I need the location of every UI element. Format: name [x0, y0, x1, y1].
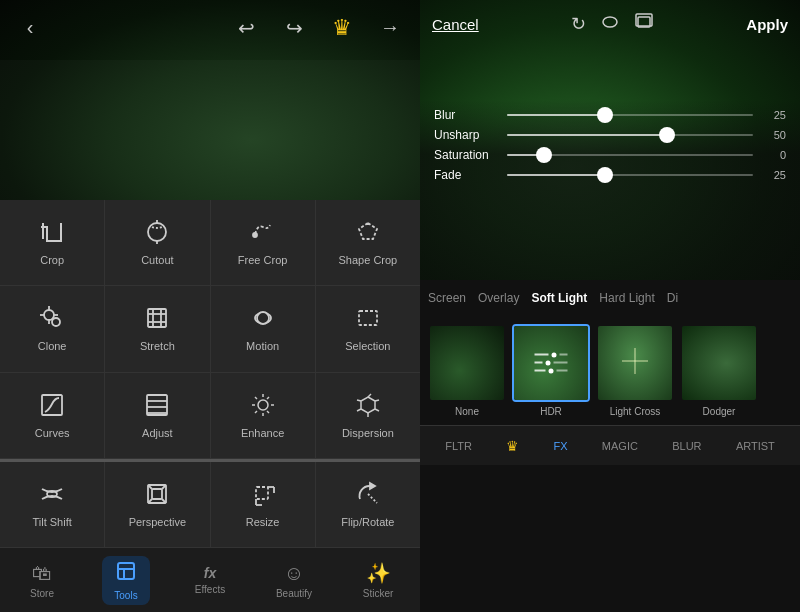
fx-dodger-label: Dodger — [703, 406, 736, 417]
tool-resize[interactable]: Resize — [211, 462, 316, 547]
nav-beautify[interactable]: ☺ Beautify — [252, 548, 336, 612]
tool-crop[interactable]: Crop — [0, 200, 105, 285]
store-icon: 🛍 — [32, 562, 52, 585]
cat-blur[interactable]: BLUR — [672, 440, 701, 452]
tool-adjust[interactable]: Adjust — [105, 373, 210, 458]
fx-dodger-img — [680, 324, 758, 402]
svg-marker-53 — [370, 483, 375, 489]
tool-enhance[interactable]: Enhance — [211, 373, 316, 458]
crown-icon[interactable]: ♛ — [327, 15, 357, 41]
fade-track[interactable] — [507, 174, 753, 176]
fx-dodger[interactable]: Dodger — [680, 324, 758, 417]
saturation-track[interactable] — [507, 154, 753, 156]
svg-rect-19 — [359, 311, 377, 325]
tools-active-bg: Tools — [102, 556, 149, 605]
saturation-slider-row: Saturation 0 — [434, 148, 786, 162]
svg-rect-48 — [256, 487, 268, 499]
cutout-icon — [144, 219, 170, 249]
undo-icon[interactable]: ↩ — [231, 16, 261, 40]
blend-hardlight[interactable]: Hard Light — [599, 291, 654, 305]
cat-crown-icon[interactable]: ♛ — [506, 438, 519, 454]
tools-row-3: Curves Adjust — [0, 373, 420, 459]
shape-crop-label: Shape Crop — [339, 254, 398, 266]
svg-point-7 — [44, 310, 54, 320]
cat-artist[interactable]: ARTIST — [736, 440, 775, 452]
left-toolbar: ‹ ↩ ↪ ♛ → — [0, 0, 420, 55]
svg-point-41 — [47, 491, 57, 497]
saturation-thumb[interactable] — [536, 147, 552, 163]
layers-icon[interactable] — [634, 12, 654, 37]
nav-effects[interactable]: fx Effects — [168, 548, 252, 612]
svg-line-31 — [267, 397, 269, 399]
svg-line-30 — [255, 397, 257, 399]
left-image-area: ‹ ↩ ↪ ♛ → — [0, 0, 420, 200]
cat-fx[interactable]: FX — [553, 440, 567, 452]
cat-magic[interactable]: MAGIC — [602, 440, 638, 452]
svg-line-54 — [368, 494, 377, 503]
shape-crop-icon — [355, 219, 381, 249]
nav-sticker[interactable]: ✨ Sticker — [336, 548, 420, 612]
tools-row-2: Clone Stretch — [0, 286, 420, 372]
right-panel: Cancel ↻ Apply — [420, 0, 800, 612]
svg-rect-55 — [118, 563, 134, 579]
eraser-icon[interactable] — [600, 12, 620, 37]
blend-softlight[interactable]: Soft Light — [531, 291, 587, 305]
unsharp-slider-row: Unsharp 50 — [434, 128, 786, 142]
unsharp-track[interactable] — [507, 134, 753, 136]
refresh-icon[interactable]: ↻ — [571, 13, 586, 35]
enhance-label: Enhance — [241, 427, 284, 439]
apply-button[interactable]: Apply — [746, 16, 788, 33]
fx-light-cross[interactable]: Light Cross — [596, 324, 674, 417]
dispersion-label: Dispersion — [342, 427, 394, 439]
forward-icon[interactable]: → — [375, 16, 405, 39]
fx-hdr-img — [512, 324, 590, 402]
bottom-nav: 🛍 Store Tools fx Effects ☺ Beautify — [0, 547, 420, 612]
toolbar-icons: ↻ — [571, 12, 654, 37]
adjust-label: Adjust — [142, 427, 173, 439]
fade-thumb[interactable] — [597, 167, 613, 183]
cat-fltr[interactable]: FLTR — [445, 440, 472, 452]
back-icon[interactable]: ‹ — [15, 16, 45, 39]
hdr-sliders-icon — [535, 352, 568, 373]
unsharp-thumb[interactable] — [659, 127, 675, 143]
tool-dispersion[interactable]: Dispersion — [316, 373, 420, 458]
fade-label: Fade — [434, 168, 499, 182]
svg-line-35 — [368, 394, 371, 397]
nav-store-label: Store — [30, 588, 54, 599]
tool-tilt-shift[interactable]: Tilt Shift — [0, 462, 105, 547]
redo-icon[interactable]: ↪ — [279, 16, 309, 40]
sliders-overlay: Blur 25 Unsharp 50 — [420, 100, 800, 280]
blur-thumb[interactable] — [597, 107, 613, 123]
tool-motion[interactable]: Motion — [211, 286, 316, 371]
tool-selection[interactable]: Selection — [316, 286, 420, 371]
fx-light-cross-img — [596, 324, 674, 402]
fx-none[interactable]: None — [428, 324, 506, 417]
blend-overlay[interactable]: Overlay — [478, 291, 519, 305]
tool-clone[interactable]: Clone — [0, 286, 105, 371]
svg-marker-34 — [361, 397, 375, 413]
tool-curves[interactable]: Curves — [0, 373, 105, 458]
svg-line-39 — [357, 400, 361, 401]
blend-modes-row: Screen Overlay Soft Light Hard Light Di — [420, 280, 800, 315]
tool-free-crop[interactable]: Free Crop — [211, 200, 316, 285]
tool-perspective[interactable]: Perspective — [105, 462, 210, 547]
svg-line-32 — [255, 411, 257, 413]
effects-section: Screen Overlay Soft Light Hard Light Di … — [420, 280, 800, 612]
cancel-button[interactable]: Cancel — [432, 16, 479, 33]
nav-tools[interactable]: Tools — [84, 548, 168, 612]
fx-hdr[interactable]: HDR — [512, 324, 590, 417]
perspective-label: Perspective — [129, 516, 186, 528]
tool-shape-crop[interactable]: Shape Crop — [316, 200, 420, 285]
tool-flip-rotate[interactable]: Flip/Rotate — [316, 462, 420, 547]
fade-slider-row: Fade 25 — [434, 168, 786, 182]
blur-track[interactable] — [507, 114, 753, 116]
tool-cutout[interactable]: Cutout — [105, 200, 210, 285]
blend-screen[interactable]: Screen — [428, 291, 466, 305]
svg-line-38 — [357, 409, 361, 411]
tool-stretch[interactable]: Stretch — [105, 286, 210, 371]
nav-store[interactable]: 🛍 Store — [0, 548, 84, 612]
blend-di[interactable]: Di — [667, 291, 678, 305]
selection-label: Selection — [345, 340, 390, 352]
right-image-area: Cancel ↻ Apply — [420, 0, 800, 280]
tilt-shift-icon — [39, 481, 65, 511]
